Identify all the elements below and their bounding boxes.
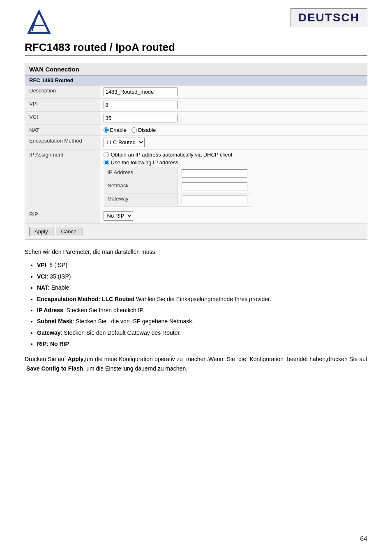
- bullet-key-vci: VCI: [37, 273, 46, 280]
- description-input[interactable]: [104, 88, 178, 96]
- encapsulation-label: Encapsulation Method: [25, 136, 99, 150]
- table-row-nat: NAT Enable Disable: [25, 125, 367, 136]
- company-logo: [25, 8, 53, 37]
- table-row-vpi: VPI: [25, 99, 367, 112]
- netmask-label: Netmask: [104, 180, 178, 193]
- nat-disable-text: Disable: [138, 127, 156, 133]
- language-label: DEUTSCH: [291, 8, 367, 27]
- gateway-row: Gateway: [104, 193, 252, 207]
- nat-radio-group: Enable Disable: [104, 127, 363, 133]
- ip-manual-radio[interactable]: [104, 160, 109, 165]
- ip-manual-text: Use the following IP address: [111, 159, 179, 166]
- page-header: DEUTSCH: [25, 8, 367, 37]
- bullet-key-nat: NAT:: [37, 284, 50, 291]
- vpi-label: VPI: [25, 99, 99, 112]
- bullet-key-gateway: Gateway: [37, 329, 61, 336]
- list-item: VPI: 8 (ISP): [37, 260, 367, 269]
- ip-dhcp-text: Obtain an IP address automatically via D…: [111, 152, 233, 158]
- gateway-label: Gateway: [104, 193, 178, 207]
- wan-box-title: WAN Connection: [25, 63, 367, 76]
- list-item: NAT: Enable: [37, 283, 367, 292]
- content-section: Sehen wir den Paremeter, die man darstel…: [25, 247, 367, 374]
- form-table: Description VPI VCI NAT: [25, 85, 367, 223]
- final-paragraph: Drucken Sie auf Apply,um die neue Konfig…: [25, 355, 367, 374]
- table-row-ip-assignment: IP Assignment Obtain an IP address autom…: [25, 150, 367, 209]
- table-row-encapsulation: Encapsulation Method LLC Routed VC Route…: [25, 136, 367, 150]
- section-header-rfc: RFC 1483 Routed: [25, 76, 367, 85]
- table-row-vci: VCI: [25, 112, 367, 125]
- list-item: RIP: No RIP: [37, 339, 367, 348]
- wan-connection-box: WAN Connection RFC 1483 Routed Descripti…: [25, 63, 367, 240]
- bullet-key-rip: RIP: No RIP: [37, 341, 69, 347]
- page-title: RFC1483 routed / IpoA routed: [25, 41, 367, 56]
- bullet-key-subnet: Subnet Mask: [37, 318, 72, 325]
- table-row-description: Description: [25, 85, 367, 99]
- page-number: 64: [360, 535, 367, 543]
- netmask-row: Netmask: [104, 180, 252, 193]
- ip-assignment-label: IP Assignment: [25, 150, 99, 209]
- save-config-bold: Save Config to Flash: [26, 365, 83, 372]
- bullet-list: VPI: 8 (ISP) VCI: 35 (ISP) NAT: Enable E…: [37, 260, 367, 348]
- rip-label: RIP: [25, 209, 99, 223]
- vpi-input[interactable]: [104, 101, 178, 109]
- bullet-key-vpi: VPI: [37, 262, 46, 268]
- vci-input[interactable]: [104, 114, 178, 122]
- list-item: Subnet Mask: Stecken Sie die von ISP geg…: [37, 317, 367, 326]
- rip-select[interactable]: No RIP RIP 1 RIP 2: [104, 211, 133, 221]
- intro-text: Sehen wir den Paremeter, die man darstel…: [25, 247, 367, 256]
- nat-disable-label[interactable]: Disable: [131, 127, 156, 133]
- ip-dhcp-row: Obtain an IP address automatically via D…: [104, 152, 363, 158]
- ip-address-input[interactable]: [182, 169, 247, 178]
- nat-label: NAT: [25, 125, 99, 136]
- ip-address-label: IP Address: [104, 167, 178, 180]
- nat-enable-radio[interactable]: [104, 127, 109, 133]
- list-item: Encapsulation Method: LLC Routed Wahlen …: [37, 295, 367, 304]
- ip-dhcp-radio[interactable]: [104, 152, 109, 157]
- nat-enable-text: Enable: [110, 127, 127, 133]
- ip-address-row: IP Address: [104, 167, 252, 180]
- list-item: IP Adress: Stecken Sie Ihren offentlich …: [37, 306, 367, 315]
- nat-disable-radio[interactable]: [131, 127, 137, 133]
- logo-area: [25, 8, 53, 37]
- apply-bold: Apply: [68, 356, 84, 362]
- description-label: Description: [25, 85, 99, 99]
- list-item: VCI: 35 (ISP): [37, 272, 367, 281]
- encapsulation-select[interactable]: LLC Routed VC Routed: [104, 138, 145, 147]
- nat-enable-label[interactable]: Enable: [104, 127, 127, 133]
- ip-sub-table: IP Address Netmask Gateway: [104, 167, 252, 207]
- bullet-key-ip: IP Adress: [37, 307, 63, 313]
- netmask-input[interactable]: [182, 182, 247, 191]
- vci-label: VCI: [25, 112, 99, 125]
- ip-manual-row: Use the following IP address: [104, 159, 363, 166]
- cancel-button[interactable]: Cancel: [56, 227, 83, 236]
- button-row: Apply Cancel: [25, 223, 367, 240]
- bullet-key-encap: Encapsulation Method: LLC Routed: [37, 296, 134, 302]
- list-item: Gateway: Stecken Sie den Default Gateway…: [37, 328, 367, 337]
- table-row-rip: RIP No RIP RIP 1 RIP 2: [25, 209, 367, 223]
- apply-button[interactable]: Apply: [29, 227, 53, 236]
- gateway-input[interactable]: [182, 196, 247, 204]
